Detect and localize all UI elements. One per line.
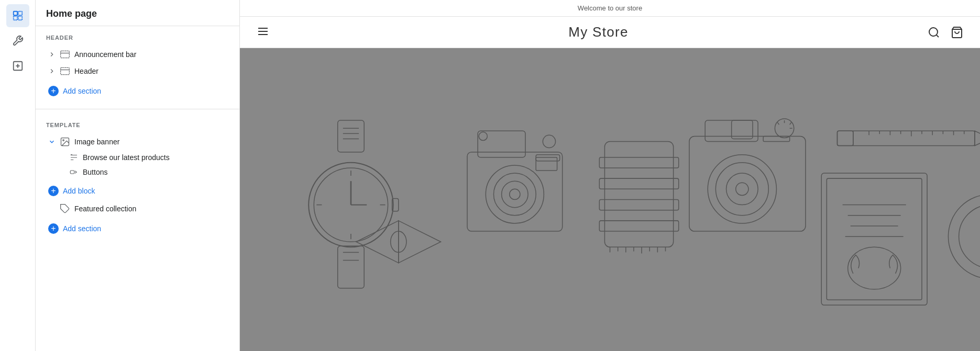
svg-marker-77 xyxy=(975,131,980,145)
svg-point-65 xyxy=(726,173,758,205)
sections-icon[interactable] xyxy=(6,4,29,27)
announcement-bar-item[interactable]: Announcement bar xyxy=(46,46,229,63)
svg-point-66 xyxy=(736,183,748,195)
svg-rect-61 xyxy=(689,136,806,231)
cart-icon[interactable] xyxy=(951,26,963,39)
svg-point-45 xyxy=(479,132,487,140)
browse-text-label: Browse our latest products xyxy=(83,153,170,162)
svg-point-64 xyxy=(715,163,768,216)
announcement-bar-label: Announcement bar xyxy=(74,50,136,59)
chevron-right-icon-2 xyxy=(48,67,56,75)
buttons-label: Buttons xyxy=(83,168,107,176)
svg-rect-88 xyxy=(821,173,927,305)
svg-point-42 xyxy=(510,189,520,199)
svg-rect-46 xyxy=(536,157,557,171)
search-icon[interactable] xyxy=(928,26,940,39)
header-label: HEADER xyxy=(46,35,229,41)
featured-collection-label: Featured collection xyxy=(74,205,136,213)
nav-actions xyxy=(928,26,963,39)
preview-area: Welcome to our store My Store xyxy=(240,0,980,351)
plus-circle-icon-3: + xyxy=(48,223,59,234)
svg-rect-13 xyxy=(70,171,74,174)
banner-illustration xyxy=(240,48,980,351)
svg-point-39 xyxy=(486,165,544,223)
svg-rect-37 xyxy=(467,152,563,231)
chevron-down-icon xyxy=(48,138,56,145)
svg-rect-9 xyxy=(61,67,70,74)
buttons-item[interactable]: Buttons xyxy=(46,165,229,179)
svg-rect-7 xyxy=(61,51,70,58)
image-banner-item[interactable]: Image banner xyxy=(46,133,229,150)
buttons-icon xyxy=(69,167,79,177)
add-section-icon[interactable] xyxy=(6,54,29,77)
svg-rect-49 xyxy=(599,157,678,168)
store-banner xyxy=(240,48,980,351)
divider-1 xyxy=(36,109,239,109)
chevron-right-icon xyxy=(48,51,56,58)
add-section-label-1: Add section xyxy=(63,87,101,95)
svg-point-90 xyxy=(848,247,901,289)
svg-rect-38 xyxy=(478,131,525,157)
svg-rect-50 xyxy=(599,178,678,189)
announcement-text: Welcome to our store xyxy=(578,4,642,12)
store-nav: My Store xyxy=(240,17,980,48)
svg-point-95 xyxy=(948,194,980,278)
icon-sidebar xyxy=(0,0,36,351)
hamburger-icon[interactable] xyxy=(257,25,269,40)
svg-rect-52 xyxy=(599,221,678,231)
header-add-section-btn[interactable]: + Add section xyxy=(46,82,229,100)
plus-circle-icon-2: + xyxy=(48,186,59,196)
svg-rect-74 xyxy=(837,131,974,145)
svg-rect-3 xyxy=(18,16,21,20)
add-section-label-2: Add section xyxy=(63,224,101,233)
svg-point-43 xyxy=(543,135,555,148)
svg-point-63 xyxy=(708,155,776,223)
plus-circle-icon: + xyxy=(48,86,59,96)
panel-scroll[interactable]: HEADER Announcement bar xyxy=(36,26,239,351)
header-item[interactable]: Header xyxy=(46,63,229,80)
svg-line-73 xyxy=(790,122,791,124)
svg-point-18 xyxy=(929,28,938,36)
announcement-icon xyxy=(60,49,70,60)
svg-rect-2 xyxy=(18,12,21,15)
svg-point-40 xyxy=(493,173,536,216)
svg-point-26 xyxy=(314,168,388,242)
svg-point-12 xyxy=(63,140,64,141)
image-banner-icon xyxy=(60,137,70,147)
store-announcement: Welcome to our store xyxy=(240,0,980,17)
svg-point-96 xyxy=(959,205,980,268)
svg-rect-89 xyxy=(827,178,922,300)
header-icon xyxy=(60,66,70,76)
svg-rect-44 xyxy=(536,155,559,161)
featured-collection-icon xyxy=(60,203,70,214)
image-banner-label: Image banner xyxy=(74,138,119,146)
svg-rect-1 xyxy=(13,16,17,20)
svg-point-41 xyxy=(502,181,528,207)
text-icon xyxy=(69,153,79,162)
svg-line-19 xyxy=(937,35,939,37)
browse-text-item[interactable]: Browse our latest products xyxy=(46,150,229,165)
add-block-label: Add block xyxy=(63,187,95,195)
featured-collection-item[interactable]: Featured collection xyxy=(46,200,229,217)
template-label: TEMPLATE xyxy=(46,122,229,128)
header-label-text: Header xyxy=(74,67,98,75)
store-title: My Store xyxy=(568,24,628,40)
svg-rect-0 xyxy=(13,12,17,15)
svg-rect-70 xyxy=(763,136,789,141)
svg-rect-51 xyxy=(599,200,678,210)
page-title: Home page xyxy=(36,0,239,26)
svg-line-72 xyxy=(777,122,779,124)
header-section-group: HEADER Announcement bar xyxy=(36,26,239,105)
template-add-section-btn[interactable]: + Add section xyxy=(46,219,229,238)
template-section-group: TEMPLATE Image banner Browse xyxy=(36,114,239,242)
panel-sidebar: Home page HEADER Announcement bar xyxy=(36,0,240,351)
svg-rect-75 xyxy=(837,131,853,145)
add-block-btn[interactable]: + Add block xyxy=(46,182,229,200)
svg-rect-21 xyxy=(338,120,364,152)
customize-icon[interactable] xyxy=(6,29,29,52)
